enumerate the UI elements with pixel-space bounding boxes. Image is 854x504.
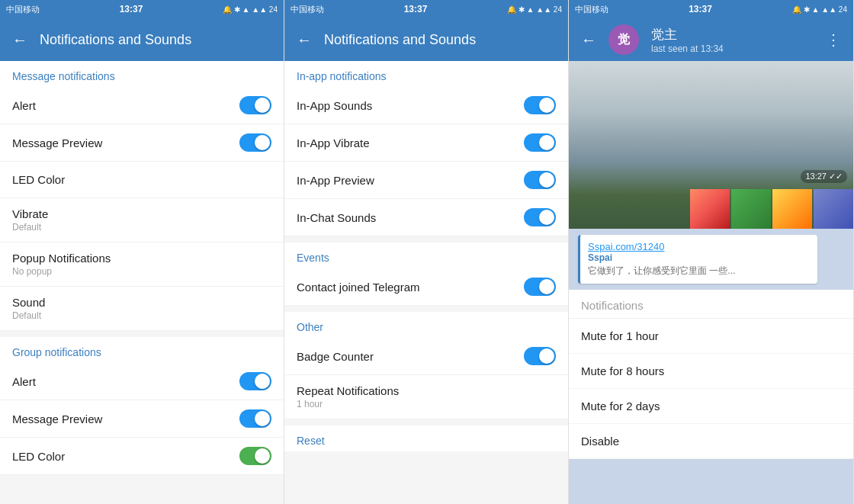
header-1: ← Notifications and Sounds [0,18,284,61]
inapp-sounds-toggle[interactable] [524,96,556,114]
header-2: ← Notifications and Sounds [284,18,568,61]
back-button-1[interactable]: ← [12,31,27,49]
group-alert-label: Alert [12,375,36,388]
header-title-2: Notifications and Sounds [324,32,556,48]
photo-thumb-2 [731,189,771,229]
row-group-message-preview[interactable]: Message Preview [0,400,284,438]
message-text: 它做到了，让你感受到它里面 一些... [588,265,810,278]
row-inchat-sounds[interactable]: In-Chat Sounds [284,199,568,236]
group-message-preview-toggle[interactable] [239,409,271,428]
time-3: 13:37 [689,4,712,14]
inapp-sounds-label: In-App Sounds [297,99,372,112]
inapp-vibrate-toggle[interactable] [524,133,556,152]
group-led-toggle[interactable] [239,447,271,465]
contact-joined-label: Contact joined Telegram [297,281,419,294]
row-badge-counter[interactable]: Badge Counter [284,338,568,375]
group-alert-toggle[interactable] [239,372,271,390]
time-1: 13:37 [120,4,143,14]
photo-thumb-1 [690,189,730,229]
badge-counter-toggle[interactable] [524,347,556,365]
photo-thumbnails [690,189,853,229]
chat-content: 13:27 ✓✓ Sspai.com/31240 Sspai 它做到了，让你感受… [569,61,853,504]
section-message-notifications: Message notifications [0,61,284,87]
inchat-sounds-toggle[interactable] [524,208,556,226]
inapp-preview-toggle[interactable] [524,171,556,189]
row-contact-joined[interactable]: Contact joined Telegram [284,268,568,306]
message-link[interactable]: Sspai.com/31240 [588,241,810,252]
inchat-sounds-label: In-Chat Sounds [297,211,376,224]
message-preview-toggle-1[interactable] [239,133,271,152]
disable-notifications[interactable]: Disable [569,424,853,459]
message-bubble: Sspai.com/31240 Sspai 它做到了，让你感受到它里面 一些..… [578,235,817,284]
mute-2days[interactable]: Mute for 2 days [569,389,853,424]
row-led-color-1[interactable]: LED Color [0,162,284,198]
alert-toggle-1[interactable] [239,96,271,114]
inapp-vibrate-label: In-App Vibrate [297,136,370,149]
vibrate-sublabel-1: Default [12,222,48,233]
message-preview-label-1: Message Preview [12,136,102,149]
carrier-1: 中国移动 [6,4,40,15]
status-bar-2: 中国移动 13:37 🔔 ✱ ▲ ▲▲ 24 [284,0,568,18]
section-events: Events [284,242,568,268]
message-timestamp: 13:27 ✓✓ [801,170,847,183]
context-menu: Notifications Mute for 1 hour Mute for 8… [569,290,853,459]
row-inapp-vibrate[interactable]: In-App Vibrate [284,124,568,162]
message-sender: Sspai [588,252,810,263]
panel-3: 中国移动 13:37 🔔 ✱ ▲ ▲▲ 24 ← 觉 觉主 last seen … [569,0,854,504]
section-inapp-notifications: In-app notifications [284,61,568,87]
group-led-label: LED Color [12,450,65,463]
user-status: last seen at 13:34 [651,43,814,54]
divider-1 [0,331,284,337]
row-vibrate-1[interactable]: Vibrate Default [0,198,284,242]
row-group-led-color[interactable]: LED Color [0,438,284,475]
row-repeat-notifications[interactable]: Repeat Notifications 1 hour [284,375,568,419]
row-group-alert[interactable]: Alert [0,363,284,400]
contact-joined-toggle[interactable] [524,278,556,296]
time-2: 13:37 [404,4,428,14]
repeat-notifications-sublabel: 1 hour [297,399,399,409]
inapp-preview-label: In-App Preview [297,174,374,187]
photo-thumb-4 [814,189,853,229]
sound-label-1: Sound [12,296,45,309]
divider-4 [284,419,568,425]
mute-8hours[interactable]: Mute for 8 hours [569,354,853,389]
section-other: Other [284,312,568,338]
mute-1hour[interactable]: Mute for 1 hour [569,319,853,354]
back-button-3[interactable]: ← [581,31,596,49]
repeat-notifications-label: Repeat Notifications [297,384,399,397]
status-bar-1: 中国移动 13:37 🔔 ✱ ▲ ▲▲ 24 [0,0,284,18]
vibrate-label-1: Vibrate [12,207,48,220]
content-1: Message notifications Alert Message Prev… [0,61,284,504]
back-button-2[interactable]: ← [297,31,312,49]
group-message-preview-label: Message Preview [12,413,102,425]
status-icons-3: 🔔 ✱ ▲ ▲▲ 24 [792,5,847,14]
alert-label-1: Alert [12,99,36,112]
avatar: 觉 [608,24,639,55]
more-button[interactable]: ⋮ [826,30,841,49]
popup-sublabel-1: No popup [12,266,111,277]
row-inapp-sounds[interactable]: In-App Sounds [284,87,568,124]
chat-image: 13:27 ✓✓ [569,61,853,229]
context-menu-title: Notifications [569,290,853,319]
row-popup-notifications-1[interactable]: Popup Notifications No popup [0,242,284,287]
status-icons-1: 🔔 ✱ ▲ ▲▲ 24 [223,5,278,14]
header-3: ← 觉 觉主 last seen at 13:34 ⋮ [569,18,853,61]
panel-2: 中国移动 13:37 🔔 ✱ ▲ ▲▲ 24 ← Notifications a… [284,0,569,504]
row-sound-1[interactable]: Sound Default [0,287,284,331]
divider-3 [284,306,568,312]
row-alert-1[interactable]: Alert [0,87,284,124]
header-title-1: Notifications and Sounds [40,32,271,48]
content-2: In-app notifications In-App Sounds In-Ap… [284,61,568,504]
popup-label-1: Popup Notifications [12,252,111,265]
divider-2 [284,236,568,242]
badge-counter-label: Badge Counter [297,350,374,363]
row-message-preview-1[interactable]: Message Preview [0,124,284,162]
sound-sublabel-1: Default [12,310,45,321]
led-color-label-1: LED Color [12,173,65,186]
section-reset[interactable]: Reset [284,425,568,451]
user-name: 觉主 [651,26,814,43]
photo-thumb-3 [772,189,812,229]
status-icons-2: 🔔 ✱ ▲ ▲▲ 24 [507,5,562,14]
user-info: 觉主 last seen at 13:34 [651,26,814,54]
row-inapp-preview[interactable]: In-App Preview [284,162,568,199]
